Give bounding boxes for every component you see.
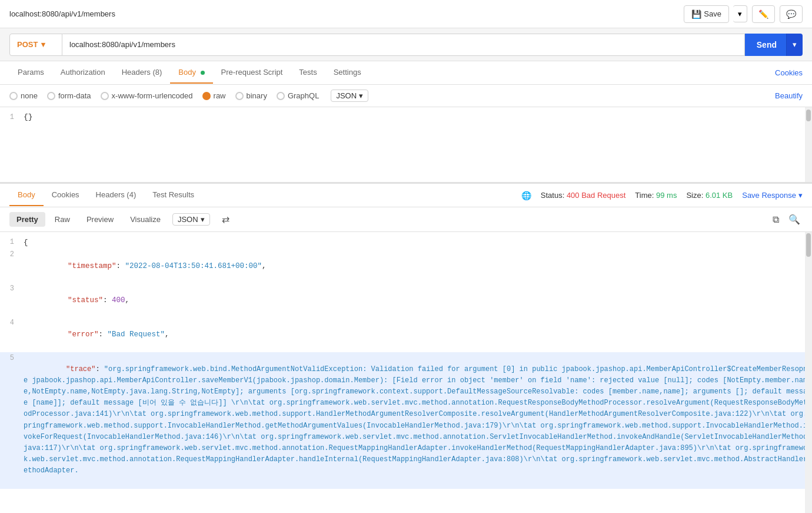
search-button[interactable]: 🔍 xyxy=(786,211,803,227)
edit-button[interactable]: ✏️ xyxy=(752,5,775,23)
response-format-bar: Pretty Raw Preview Visualize JSON ▾ ⇄ ⧉ … xyxy=(0,207,812,232)
size-value: 6.01 KB xyxy=(705,191,733,200)
request-tabs: Params Authorization Headers (8) Body Pr… xyxy=(9,62,370,84)
resp-line-1: 1 { xyxy=(0,237,812,249)
time-label: Time: 99 ms xyxy=(635,191,677,200)
cookies-link[interactable]: Cookies xyxy=(775,68,803,77)
body-type-raw[interactable]: raw xyxy=(202,91,226,100)
resp-tab-headers[interactable]: Headers (4) xyxy=(88,184,145,206)
save-icon: 💾 xyxy=(691,9,701,19)
request-tabs-bar: Params Authorization Headers (8) Body Pr… xyxy=(0,61,812,85)
tab-authorization[interactable]: Authorization xyxy=(52,62,114,84)
body-type-bar: none form-data x-www-form-urlencoded raw… xyxy=(0,85,812,107)
resp-json-chevron-icon: ▾ xyxy=(201,215,205,224)
comment-button[interactable]: 💬 xyxy=(780,5,803,23)
radio-raw xyxy=(202,92,211,100)
body-type-none[interactable]: none xyxy=(9,91,38,100)
method-selector[interactable]: POST ▾ xyxy=(9,34,62,56)
json-chevron-icon: ▾ xyxy=(359,91,363,100)
scrollbar-track[interactable] xyxy=(805,107,812,182)
copy-button[interactable]: ⧉ xyxy=(770,212,781,227)
status-label: Status: 400 Bad Request xyxy=(541,191,626,200)
tab-settings[interactable]: Settings xyxy=(325,62,370,84)
top-bar: localhost:8080/api/v1/members 💾 Save ▾ ✏… xyxy=(0,0,812,28)
resp-line-2: 2 "timestamp": "2022-08-04T13:50:41.681+… xyxy=(0,249,812,283)
body-type-form-data[interactable]: form-data xyxy=(47,91,91,100)
tab-tests[interactable]: Tests xyxy=(291,62,325,84)
radio-form-data xyxy=(47,92,55,100)
resp-tab-test-results[interactable]: Test Results xyxy=(144,184,202,206)
beautify-button[interactable]: Beautify xyxy=(775,91,803,100)
globe-icon: 🌐 xyxy=(521,191,531,200)
radio-none xyxy=(9,92,18,100)
json-format-selector[interactable]: JSON ▾ xyxy=(331,90,368,102)
request-body-editor[interactable]: 1 {} xyxy=(0,107,812,184)
save-response-chevron-icon: ▾ xyxy=(798,191,803,200)
response-tabs-bar: Body Cookies Headers (4) Test Results 🌐 … xyxy=(0,184,812,207)
resp-scrollbar-thumb[interactable] xyxy=(806,233,811,257)
tab-headers[interactable]: Headers (8) xyxy=(114,62,171,84)
body-type-urlencoded[interactable]: x-www-form-urlencoded xyxy=(101,91,193,100)
resp-line-5: 5 "trace": "org.springframework.web.bind… xyxy=(0,352,812,489)
resp-json-format-selector[interactable]: JSON ▾ xyxy=(172,213,210,226)
resp-scrollbar-track[interactable] xyxy=(805,232,812,513)
scrollbar-thumb[interactable] xyxy=(806,110,811,121)
save-button[interactable]: 💾 Save xyxy=(684,5,729,23)
resp-tab-body[interactable]: Body xyxy=(9,184,44,206)
radio-graphql xyxy=(277,92,285,100)
tab-body[interactable]: Body xyxy=(170,62,212,84)
url-input[interactable] xyxy=(62,34,745,56)
radio-binary xyxy=(235,92,244,100)
resp-line-4: 4 "error": "Bad Request", xyxy=(0,317,812,352)
format-pretty-button[interactable]: Pretty xyxy=(9,212,45,227)
tab-pre-request[interactable]: Pre-request Script xyxy=(213,62,291,84)
response-body[interactable]: 1 { 2 "timestamp": "2022-08-04T13:50:41.… xyxy=(0,232,812,513)
body-active-dot xyxy=(201,71,205,75)
body-type-binary[interactable]: binary xyxy=(235,91,267,100)
url-bar: POST ▾ Send ▾ xyxy=(0,28,812,61)
response-tabs: Body Cookies Headers (4) Test Results xyxy=(9,184,202,206)
editor-line-1: 1 {} xyxy=(0,112,812,122)
word-wrap-button[interactable]: ⇄ xyxy=(215,211,237,228)
radio-urlencoded xyxy=(101,92,109,100)
send-dropdown[interactable]: ▾ xyxy=(786,34,803,56)
comment-icon: 💬 xyxy=(786,9,796,19)
time-value: 99 ms xyxy=(656,191,677,200)
page-title: localhost:8080/api/v1/members xyxy=(9,9,115,18)
body-type-graphql[interactable]: GraphQL xyxy=(277,91,319,100)
chevron-down-icon: ▾ xyxy=(738,9,742,18)
save-label: Save xyxy=(704,9,721,18)
pencil-icon: ✏️ xyxy=(758,9,768,19)
format-visualize-button[interactable]: Visualize xyxy=(123,212,168,227)
send-chevron-icon: ▾ xyxy=(793,40,797,49)
format-raw-button[interactable]: Raw xyxy=(48,212,77,227)
response-actions: ⧉ 🔍 xyxy=(770,211,803,227)
method-chevron-icon: ▾ xyxy=(41,40,45,49)
size-label: Size: 6.01 KB xyxy=(686,191,733,200)
save-response-button[interactable]: Save Response ▾ xyxy=(742,191,803,200)
tab-params[interactable]: Params xyxy=(9,62,52,84)
top-bar-actions: 💾 Save ▾ ✏️ 💬 xyxy=(684,5,803,23)
method-label: POST xyxy=(17,40,38,49)
resp-tab-cookies[interactable]: Cookies xyxy=(44,184,88,206)
response-status-bar: 🌐 Status: 400 Bad Request Time: 99 ms Si… xyxy=(521,191,803,200)
format-preview-button[interactable]: Preview xyxy=(79,212,121,227)
resp-line-3: 3 "status": 400, xyxy=(0,283,812,317)
send-button[interactable]: Send xyxy=(745,34,788,56)
status-value: 400 Bad Request xyxy=(567,191,625,200)
save-dropdown-button[interactable]: ▾ xyxy=(733,5,747,22)
